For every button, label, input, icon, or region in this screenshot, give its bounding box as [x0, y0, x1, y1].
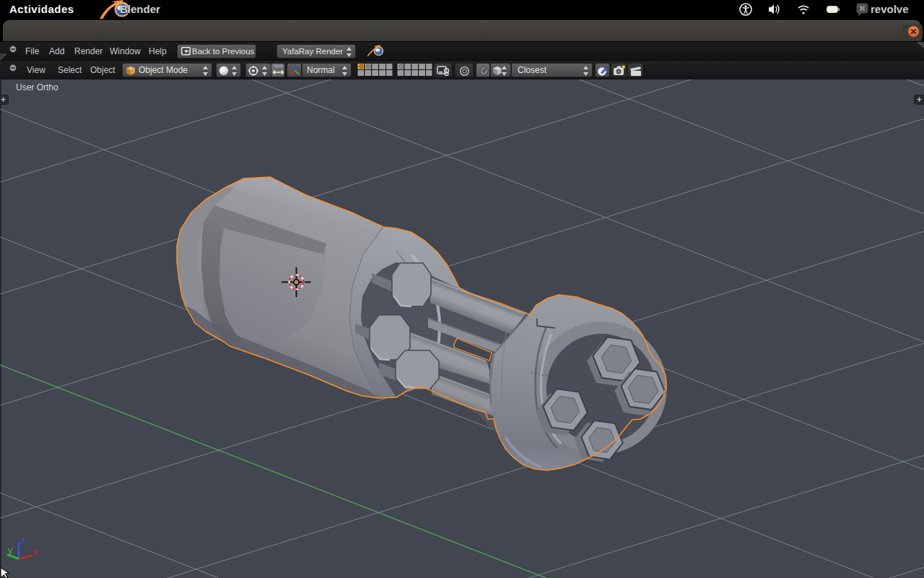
svg-text:y: y	[8, 545, 13, 556]
svg-text:z: z	[21, 535, 26, 545]
svg-text:x: x	[33, 547, 38, 558]
